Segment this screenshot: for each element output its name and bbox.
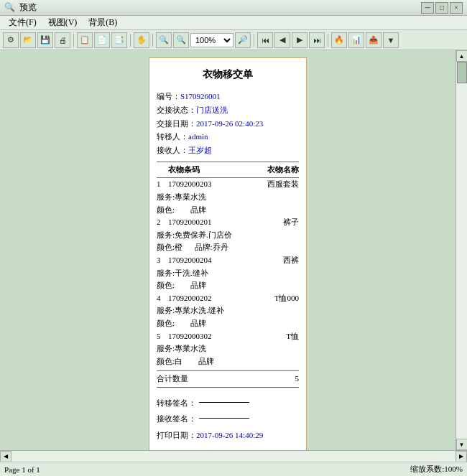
- toolbar-btn-9[interactable]: 📤: [366, 32, 382, 48]
- toolbar: ⚙ 📂 💾 🖨 📋 📄 📑 ✋ 🔍 🔍 100% 75% 150% 🔎 ⏮ ◀ …: [0, 30, 467, 50]
- horizontal-scrollbar[interactable]: ◀ ▶: [0, 450, 467, 462]
- toolbar-btn-8[interactable]: 📊: [348, 32, 364, 48]
- item-service-2: 服务:免费保养.门店价: [157, 230, 232, 239]
- item-code-4: 17092000202: [168, 292, 256, 305]
- item-brand-3: 品牌: [190, 281, 206, 289]
- toolbar-last-page[interactable]: ⏭: [309, 32, 325, 48]
- toolbar-btn-open[interactable]: 📂: [20, 32, 36, 48]
- transfer-sig-underline: [199, 402, 249, 403]
- item-color-5: 颜色:白: [157, 357, 182, 365]
- status-zoom: 缩放系数:100%: [410, 464, 463, 475]
- date-label: 交接日期：: [157, 119, 196, 128]
- number-value: S170926001: [180, 92, 221, 101]
- toolbar-btn-pan[interactable]: ✋: [134, 32, 149, 48]
- total-label: 合计数量: [157, 373, 188, 386]
- item-brand-4: 品牌: [190, 319, 206, 327]
- print-date-value: 2017-09-26 14:40:29: [196, 431, 263, 439]
- toolbar-next-page[interactable]: ▶: [292, 32, 308, 48]
- item-code-3: 17092000204: [168, 254, 256, 267]
- item-name-4: T恤000: [256, 292, 299, 305]
- table-header: 衣物条码 衣物名称: [157, 162, 299, 179]
- item-name-5: T恤: [256, 330, 299, 343]
- scroll-right-button[interactable]: ▶: [456, 451, 467, 462]
- item-color-4: 颜色:: [157, 319, 175, 327]
- window-title: 预览: [19, 1, 37, 14]
- toolbar-btn-copy[interactable]: 📋: [77, 32, 93, 48]
- toolbar-first-page[interactable]: ⏮: [257, 32, 273, 48]
- item-color-brand-2: 颜色:橙 品牌:乔丹: [157, 241, 299, 254]
- vertical-scrollbar[interactable]: ▲ ▼: [456, 50, 467, 450]
- item-brand-2: 品牌:乔丹: [195, 243, 228, 251]
- separator-4: [254, 34, 254, 47]
- app-icon: 🔍: [4, 2, 15, 13]
- total-row: 合计数量 5: [157, 370, 299, 388]
- toolbar-zoom-out[interactable]: 🔍: [156, 32, 172, 48]
- item-main-4: 4 17092000202 T恤000: [157, 292, 299, 305]
- item-color-1: 颜色:: [157, 205, 175, 214]
- transfer-sig-label: 转移签名：: [157, 395, 196, 411]
- status-label: 交接状态：: [157, 106, 196, 114]
- transfer-value: admin: [188, 132, 208, 141]
- table-row: 3 17092000204 西裤 服务:干洗.缝补 颜色: 品牌: [157, 254, 299, 292]
- toolbar-btn-5[interactable]: 📄: [94, 32, 110, 48]
- item-name-2: 裤子: [256, 216, 299, 229]
- toolbar-zoom-in[interactable]: 🔍: [173, 32, 189, 48]
- scroll-up-button[interactable]: ▲: [456, 50, 468, 62]
- field-date: 交接日期：2017-09-26 02:40:23: [157, 117, 299, 131]
- receipt-page: 衣物移交单 编号：S170926001 交接状态：门店送洗 交接日期：2017-…: [149, 57, 307, 450]
- receive-sig-line: 接收签名：: [157, 411, 299, 426]
- scroll-left-button[interactable]: ◀: [0, 451, 11, 462]
- menu-background[interactable]: 背景(B): [83, 16, 123, 29]
- field-transfer: 转移人：admin: [157, 130, 299, 144]
- close-button[interactable]: ×: [450, 2, 463, 14]
- item-color-brand-3: 颜色: 品牌: [157, 279, 299, 292]
- menu-bar: 文件(F) 视图(V) 背景(B): [0, 16, 467, 30]
- item-brand-1: 品牌: [190, 205, 206, 214]
- col-name-header: 衣物名称: [256, 164, 299, 177]
- item-code-1: 17092000203: [168, 178, 256, 191]
- item-code-2: 17092000201: [168, 216, 256, 229]
- number-label: 编号：: [157, 92, 180, 101]
- table-row: 2 17092000201 裤子 服务:免费保养.门店价 颜色:橙 品牌:乔丹: [157, 216, 299, 254]
- item-color-3: 颜色:: [157, 281, 175, 289]
- item-service-4: 服务:專業水洗.缝补: [157, 306, 224, 314]
- status-page-info: Page 1 of 1: [4, 465, 40, 474]
- toolbar-btn-7[interactable]: 🔥: [331, 32, 347, 48]
- scroll-down-button[interactable]: ▼: [456, 439, 468, 450]
- item-num-4: 4: [157, 292, 168, 305]
- toolbar-btn-save[interactable]: 💾: [37, 32, 53, 48]
- date-value: 2017-09-26 02:40:23: [196, 119, 263, 128]
- toolbar-btn-1[interactable]: ⚙: [3, 32, 19, 48]
- receive-sig-label: 接收签名：: [157, 411, 196, 426]
- menu-file[interactable]: 文件(F): [3, 16, 42, 29]
- status-value: 门店送洗: [196, 106, 228, 114]
- title-bar: 🔍 预览 ─ □ ×: [0, 0, 467, 16]
- receiver-label: 接收人：: [157, 146, 188, 154]
- menu-view[interactable]: 视图(V): [42, 16, 83, 29]
- item-service-1: 服务:專業水洗: [157, 192, 206, 201]
- zoom-select[interactable]: 100% 75% 150%: [190, 33, 234, 47]
- toolbar-btn-10[interactable]: ▼: [383, 32, 399, 48]
- status-bar: Page 1 of 1 缩放系数:100%: [0, 462, 467, 476]
- item-num-2: 2: [157, 216, 168, 229]
- toolbar-btn-6[interactable]: 📑: [111, 32, 127, 48]
- item-detail-4: 服务:專業水洗.缝补: [157, 304, 299, 317]
- minimize-button[interactable]: ─: [421, 2, 434, 14]
- transfer-sig-line: 转移签名：: [157, 395, 299, 411]
- item-num-5: 5: [157, 330, 168, 343]
- toolbar-zoom-fit[interactable]: 🔎: [235, 32, 251, 48]
- receipt-info: 编号：S170926001 交接状态：门店送洗 交接日期：2017-09-26 …: [157, 90, 299, 157]
- main-area: 衣物移交单 编号：S170926001 交接状态：门店送洗 交接日期：2017-…: [0, 50, 467, 450]
- table-row: 4 17092000202 T恤000 服务:專業水洗.缝补 颜色: 品牌: [157, 292, 299, 330]
- print-date: 打印日期：2017-09-26 14:40:29: [157, 429, 299, 442]
- maximize-button[interactable]: □: [435, 2, 448, 14]
- toolbar-prev-page[interactable]: ◀: [274, 32, 290, 48]
- receive-sig-underline: [199, 418, 249, 419]
- col-num: [157, 164, 168, 177]
- receipt-title: 衣物移交单: [157, 67, 299, 83]
- field-receiver: 接收人：王岁超: [157, 144, 299, 157]
- table-row: 1 17092000203 西服套装 服务:專業水洗 颜色: 品牌: [157, 178, 299, 216]
- scroll-thumb-v[interactable]: [457, 62, 467, 83]
- toolbar-btn-print[interactable]: 🖨: [55, 32, 70, 48]
- item-main-5: 5 17092000302 T恤: [157, 330, 299, 343]
